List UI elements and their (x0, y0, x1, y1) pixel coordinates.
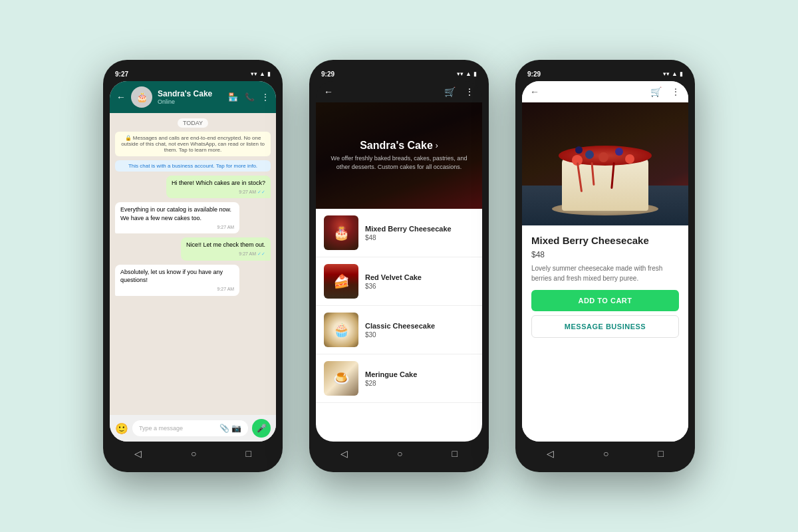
msg-ticks: ✓✓ (257, 251, 265, 256)
attachment-icons: 📎 📷 (219, 424, 241, 433)
battery-icon: ▮ (473, 70, 477, 77)
product-hero-image (522, 102, 688, 225)
signal-icon: ▾▾ (663, 70, 670, 77)
chat-actions: 🏪 📞 ⋮ (228, 92, 269, 102)
chat-info: Sandra's Cake Online (158, 89, 223, 105)
product-detail-description: Lovely summer cheesecake made with fresh… (531, 263, 679, 283)
chat-date-badge: TODAY (178, 118, 208, 128)
product-name-1: Mixed Berry Cheesecake (365, 225, 474, 233)
message-time: 9:27 AM (120, 224, 234, 231)
home-nav-btn[interactable]: ○ (603, 448, 608, 459)
message-time: 9:27 AM ✓✓ (172, 189, 265, 196)
phone-2-screen: ← 🛒 ⋮ Sandra's Cake › We offer freshly b… (316, 81, 482, 442)
back-icon[interactable]: ← (116, 92, 126, 102)
call-icon[interactable]: 📞 (245, 92, 255, 102)
wifi-icon: ▲ (259, 70, 265, 77)
product-detail-name: Mixed Berry Cheesecake (531, 235, 679, 246)
message-recv-2: Absolutely, let us know if you have any … (115, 265, 239, 296)
phone-3-screen: ← 🛒 ⋮ (522, 81, 688, 442)
berry-4 (615, 148, 623, 156)
home-nav-btn[interactable]: ○ (191, 448, 196, 459)
product-price-3: $30 (365, 331, 474, 338)
encryption-banner[interactable]: 🔒 Messages and calls are end-to-end encr… (115, 132, 271, 156)
catalog-item-4[interactable]: 🍮 Meringue Cake $28 (316, 354, 482, 403)
berry-3 (598, 152, 608, 162)
chat-contact-status: Online (158, 98, 223, 105)
input-placeholder: Type a message (139, 425, 183, 432)
signal-icon: ▾▾ (457, 70, 464, 77)
product-image-3: 🧁 (324, 313, 358, 347)
berry-6 (575, 146, 583, 154)
cart-icon[interactable]: 🛒 (650, 86, 662, 97)
chat-body: TODAY 🔒 Messages and calls are end-to-en… (110, 113, 276, 415)
phone-1: 9:27 ▾▾ ▲ ▮ ← 🎂 Sandra's Cake Online 🏪 📞… (103, 60, 283, 472)
menu-dots-icon[interactable]: ⋮ (671, 86, 680, 97)
product-image-4: 🍮 (324, 361, 358, 396)
message-time: 9:27 AM (120, 286, 234, 293)
message-sent-1: Hi there! Which cakes are in stock? 9:27… (166, 176, 271, 198)
product-detail-price: $48 (531, 250, 679, 259)
msg-ticks: ✓✓ (257, 190, 265, 194)
cake-image-visual (522, 102, 688, 225)
menu-dots-icon[interactable]: ⋮ (465, 86, 474, 97)
product-price-2: $36 (365, 283, 474, 290)
add-to-cart-button[interactable]: ADD TO CART (531, 290, 679, 311)
back-icon[interactable]: ← (530, 86, 539, 97)
product-info-2: Red Velvet Cake $36 (365, 273, 474, 290)
phone-1-screen: ← 🎂 Sandra's Cake Online 🏪 📞 ⋮ TODAY 🔒 M… (110, 81, 276, 442)
phone-3-status-icons: ▾▾ ▲ ▮ (663, 70, 683, 77)
berry-2 (585, 150, 594, 159)
chat-input-field[interactable]: Type a message 📎 📷 (132, 420, 248, 436)
phone-2-nav: ◁ ○ □ (316, 442, 482, 466)
phone-1-nav: ◁ ○ □ (110, 442, 276, 466)
phone-1-status-bar: 9:27 ▾▾ ▲ ▮ (110, 66, 276, 81)
message-recv-1: Everything in our catalog is available n… (115, 202, 239, 233)
phone-2-status-bar: 9:29 ▾▾ ▲ ▮ (316, 66, 482, 81)
message-text: Nice!! Let me check them out. (186, 241, 265, 248)
catalog-action-icons: 🛒 ⋮ (444, 86, 474, 97)
message-business-button[interactable]: MESSAGE BUSINESS (531, 315, 679, 338)
recents-nav-btn[interactable]: □ (658, 448, 664, 459)
wifi-icon: ▲ (466, 70, 471, 77)
message-text: Hi there! Which cakes are in stock? (172, 180, 265, 186)
store-icon[interactable]: 🏪 (228, 92, 238, 102)
phone-2: 9:29 ▾▾ ▲ ▮ ← 🛒 ⋮ Sandra's Cake › We (309, 60, 489, 472)
product-info-1: Mixed Berry Cheesecake $48 (365, 225, 474, 241)
message-sent-2: Nice!! Let me check them out. 9:27 AM ✓✓ (181, 237, 271, 260)
cart-icon[interactable]: 🛒 (444, 86, 456, 97)
product-name-4: Meringue Cake (365, 370, 474, 378)
product-info-3: Classic Cheesecake $30 (365, 322, 474, 338)
back-icon[interactable]: ← (324, 86, 333, 97)
message-text: Absolutely, let us know if you have any … (120, 269, 223, 284)
product-info-panel: Mixed Berry Cheesecake $48 Lovely summer… (522, 225, 688, 442)
back-nav-btn[interactable]: ◁ (547, 448, 554, 459)
phone-2-status-icons: ▾▾ ▲ ▮ (457, 70, 477, 77)
recents-nav-btn[interactable]: □ (246, 448, 251, 459)
chat-header: ← 🎂 Sandra's Cake Online 🏪 📞 ⋮ (110, 81, 276, 113)
catalog-description: We offer freshly baked breads, cakes, pa… (329, 154, 469, 172)
cake-body (562, 158, 648, 211)
catalog-item-3[interactable]: 🧁 Classic Cheesecake $30 (316, 306, 482, 354)
back-nav-btn[interactable]: ◁ (340, 448, 348, 459)
phone-3: 9:29 ▾▾ ▲ ▮ ← 🛒 ⋮ (515, 60, 695, 472)
recents-nav-btn[interactable]: □ (452, 448, 458, 459)
back-nav-btn[interactable]: ◁ (134, 448, 142, 459)
product-name-3: Classic Cheesecake (365, 322, 474, 330)
phone-2-time: 9:29 (321, 70, 334, 78)
business-banner[interactable]: This chat is with a business account. Ta… (115, 160, 271, 172)
wifi-icon: ▲ (672, 70, 678, 77)
catalog-item-2[interactable]: 🍰 Red Velvet Cake $36 (316, 257, 482, 306)
emoji-icon[interactable]: 🙂 (115, 422, 128, 435)
business-name-row: Sandra's Cake › (329, 140, 469, 152)
catalog-header: ← 🛒 ⋮ (316, 81, 482, 102)
battery-icon: ▮ (680, 70, 683, 77)
mic-button[interactable]: 🎤 (252, 419, 271, 438)
berry-5 (625, 154, 634, 164)
menu-dots-icon[interactable]: ⋮ (261, 92, 269, 102)
phone-1-status-icons: ▾▾ ▲ ▮ (251, 70, 271, 77)
message-time: 9:27 AM ✓✓ (186, 251, 265, 257)
home-nav-btn[interactable]: ○ (397, 448, 402, 459)
product-action-icons: 🛒 ⋮ (650, 86, 680, 97)
product-image-1: 🎂 (324, 215, 358, 250)
catalog-item-1[interactable]: 🎂 Mixed Berry Cheesecake $48 (316, 209, 482, 257)
